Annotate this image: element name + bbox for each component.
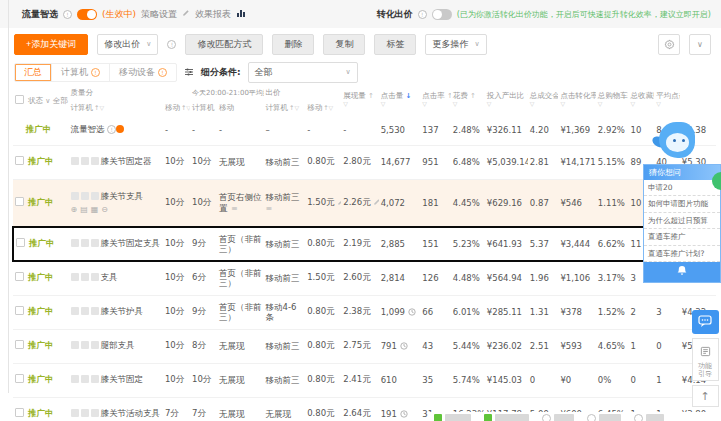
bid-mobile-cell[interactable]: 2.75元 bbox=[341, 329, 378, 363]
collapse-chevron-button[interactable]: ∨ bbox=[689, 34, 711, 55]
bid-mobile-cell[interactable]: 2.41元 bbox=[341, 363, 378, 397]
metric-header-投入产出比[interactable]: 投入产出比 ↑▽ bbox=[485, 85, 528, 115]
bid-pc-cell[interactable]: 0.80元 bbox=[305, 363, 341, 397]
scope-filter[interactable]: 全部 ∨ bbox=[50, 96, 68, 105]
metric-header-点击量[interactable]: 点击量 ↓▽ bbox=[379, 85, 421, 115]
sort-arrow-icon[interactable]: ↑ bbox=[468, 92, 476, 100]
assistant-question[interactable]: 直通车推广计划? bbox=[644, 246, 720, 262]
keyword-text[interactable]: 膝关节支具 bbox=[101, 191, 144, 201]
modify-bid-dropdown[interactable]: 修改出价 ∨ bbox=[97, 34, 158, 55]
metric-header-平均点击花费[interactable]: 平均点击花费 ↑▽ bbox=[654, 85, 680, 115]
smart-traffic-toggle[interactable] bbox=[77, 9, 97, 20]
clock-icon[interactable] bbox=[397, 409, 408, 419]
info-icon[interactable]: ! bbox=[91, 68, 100, 77]
row-checkbox[interactable] bbox=[15, 374, 24, 383]
clock-icon[interactable] bbox=[397, 341, 408, 351]
strategy-settings-link[interactable]: 策略设置 bbox=[141, 8, 177, 21]
filter-funnel-icon[interactable]: ▽ bbox=[487, 100, 492, 107]
keyword-text[interactable]: 膝关节护具 bbox=[101, 306, 144, 316]
device-tab-汇总[interactable]: 汇总 bbox=[15, 64, 52, 81]
edit-pencil-icon[interactable] bbox=[335, 197, 342, 207]
device-tab-移动设备[interactable]: 移动设备! bbox=[110, 64, 176, 81]
metric-header-展现量[interactable]: 展现量 ↑▽ bbox=[341, 85, 378, 115]
bid-mobile-cell[interactable]: 2.19元 bbox=[341, 227, 378, 261]
bid-pc-cell[interactable]: 1.50元 bbox=[305, 261, 341, 295]
select-all-checkbox[interactable] bbox=[15, 95, 24, 104]
info-icon[interactable]: ! bbox=[167, 40, 176, 49]
bid-mobile-cell[interactable]: 2.80元 bbox=[341, 145, 378, 179]
sub-header[interactable]: 计算机 bbox=[190, 100, 217, 115]
sub-header[interactable]: 计算机↑▽ bbox=[264, 100, 306, 115]
metric-checkbox-item[interactable] bbox=[434, 414, 471, 421]
minus-circle-icon[interactable]: ⊖ bbox=[101, 205, 111, 214]
assistant-question[interactable]: 直通车推广 bbox=[644, 229, 720, 245]
metric-header-总购物车数[interactable]: 总购物车数 ↑▽ bbox=[596, 85, 629, 115]
filter-funnel-icon[interactable]: ▽ bbox=[99, 104, 104, 111]
assistant-question[interactable]: 申请20 bbox=[644, 180, 720, 196]
folder-icon[interactable]: ▤ bbox=[80, 205, 91, 214]
status-filter[interactable]: 状态 ∨ bbox=[28, 96, 50, 105]
keyword-text[interactable]: 膝关节固定器 bbox=[101, 156, 152, 166]
filter-funnel-icon[interactable]: ▽ bbox=[560, 100, 565, 107]
assistant-mascot-icon[interactable] bbox=[651, 120, 699, 164]
chat-button[interactable] bbox=[692, 310, 719, 334]
bar-chart-icon[interactable] bbox=[236, 8, 246, 20]
sort-arrow-icon[interactable]: ↑ bbox=[366, 92, 374, 100]
row-checkbox[interactable] bbox=[15, 408, 24, 417]
bid-mobile-cell[interactable]: - bbox=[341, 115, 378, 145]
modify-match-button[interactable]: 修改匹配方式 bbox=[185, 34, 263, 55]
add-keyword-button[interactable]: +添加关键词 bbox=[14, 34, 88, 55]
keyword-text[interactable]: 支具 bbox=[101, 272, 118, 282]
filter-funnel-icon[interactable]: ▽ bbox=[381, 100, 386, 107]
bid-pc-cell[interactable]: - bbox=[305, 115, 341, 145]
condition-select[interactable]: 全部 ∨ bbox=[248, 62, 358, 83]
bid-pc-cell[interactable]: 0.80元 bbox=[305, 145, 341, 179]
sort-arrow-icon[interactable]: ↑ bbox=[445, 92, 451, 100]
info-icon[interactable]: ! bbox=[107, 125, 116, 134]
metric-header-总收藏数[interactable]: 总收藏数 ↑▽ bbox=[628, 85, 654, 115]
sub-header[interactable]: 移动↑▽ bbox=[305, 100, 341, 115]
back-to-top-button[interactable]: ↑ bbox=[692, 385, 719, 407]
bid-mobile-cell[interactable]: 2.38元 bbox=[341, 295, 378, 329]
filter-funnel-icon[interactable]: ▽ bbox=[630, 100, 635, 107]
filter-funnel-icon[interactable]: ▽ bbox=[422, 100, 427, 107]
bid-pc-cell[interactable]: 0.80元 bbox=[305, 227, 341, 261]
delete-button[interactable]: 删除 bbox=[272, 34, 314, 55]
copy-button[interactable]: 复制 bbox=[323, 34, 365, 55]
chart-icon[interactable]: ▦ bbox=[91, 205, 102, 214]
row-checkbox[interactable] bbox=[15, 306, 24, 315]
metric-header-点击率[interactable]: 点击率 ↑▽ bbox=[420, 85, 451, 115]
assistant-question[interactable]: 如何申请图片功能 bbox=[644, 196, 720, 212]
info-icon[interactable]: ! bbox=[158, 68, 167, 77]
row-checkbox[interactable] bbox=[16, 238, 25, 247]
assistant-question[interactable]: 为什么超过日预算 bbox=[644, 213, 720, 229]
edit-pencil-icon[interactable] bbox=[371, 197, 379, 207]
row-checkbox[interactable] bbox=[15, 340, 24, 349]
sort-arrow-icon[interactable]: ↓ bbox=[403, 92, 411, 100]
bid-pc-cell[interactable]: 0.80元 bbox=[305, 295, 341, 329]
keyword-text[interactable]: 膝关节活动支具 bbox=[101, 408, 161, 418]
device-tab-计算机[interactable]: 计算机! bbox=[52, 64, 110, 81]
keyword-text[interactable]: 腿部支具 bbox=[101, 340, 135, 350]
keyword-text[interactable]: 膝关节固定 bbox=[101, 374, 144, 384]
more-actions-dropdown[interactable]: 更多操作 ∨ bbox=[425, 34, 486, 55]
filter-funnel-icon[interactable]: ▽ bbox=[598, 100, 603, 107]
sub-header[interactable]: 移动 bbox=[217, 100, 263, 115]
metric-header-点击转化率[interactable]: 点击转化率 ↑▽ bbox=[558, 85, 595, 115]
edit-pencil-icon[interactable] bbox=[182, 9, 190, 19]
metric-icon-item[interactable] bbox=[587, 414, 621, 421]
sub-header[interactable]: 移动↑▽ bbox=[163, 100, 190, 115]
filter-funnel-icon[interactable]: ▽ bbox=[453, 100, 458, 107]
list-icon[interactable]: ≡ bbox=[229, 204, 238, 213]
filter-funnel-icon[interactable]: ▽ bbox=[294, 104, 299, 111]
metric-icon-item[interactable] bbox=[634, 414, 664, 421]
info-icon[interactable]: ! bbox=[63, 10, 72, 19]
tag-button[interactable]: 标签 bbox=[374, 34, 416, 55]
bid-mobile-cell[interactable]: 2.60元 bbox=[341, 261, 378, 295]
row-checkbox[interactable] bbox=[15, 197, 24, 206]
notification-bell-button[interactable] bbox=[644, 262, 720, 282]
sub-header[interactable]: 计算机↑▽ bbox=[69, 100, 163, 115]
sort-arrow-icon[interactable]: ↑ bbox=[524, 92, 528, 100]
feature-guide-button[interactable]: 功能引导 bbox=[692, 338, 719, 381]
bid-mobile-cell[interactable]: 2.26元 bbox=[341, 179, 378, 227]
